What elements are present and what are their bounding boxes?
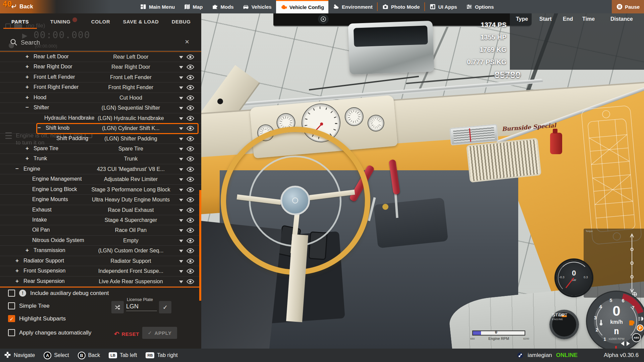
visibility-eye-icon[interactable] [186,146,194,153]
expand-icon[interactable]: + [25,74,29,80]
part-row-engine[interactable]: −Engine423 CUI 'Megathrust' V8 E... [0,164,201,174]
part-row-rear-suspension[interactable]: +Rear SuspensionLive Axle Rear Suspensio… [0,277,201,287]
chevron-down-icon[interactable] [179,76,183,81]
part-row-rear-right-door[interactable]: +Rear Right DoorRear Right Door [0,62,201,72]
chevron-down-icon[interactable] [179,199,183,203]
engine-start-stop-button[interactable]: ENGINE START STOP [549,310,579,339]
checkbox-apply-changes-automatically[interactable] [8,329,15,336]
viewport-3d[interactable]: Burnside Special [201,13,644,349]
part-row-engine-mounts[interactable]: Engine MountsUltra Heavy Duty Engine Mou… [0,195,201,205]
visibility-eye-icon[interactable] [186,85,194,92]
part-row-front-right-fender[interactable]: +Front Right FenderFront Right Fender [0,82,201,93]
visibility-eye-icon[interactable] [186,126,194,132]
part-row-transmission[interactable]: +Transmission(LGN) Custom Order Seq... [0,246,201,256]
menu-item-mods[interactable]: Mods [207,0,238,13]
chevron-down-icon[interactable] [179,66,183,71]
chevron-down-icon[interactable] [179,281,183,285]
visibility-eye-icon[interactable] [186,197,194,204]
chevron-down-icon[interactable] [179,86,183,91]
checkbox-simple-tree[interactable] [8,302,15,309]
chevron-down-icon[interactable] [179,178,183,183]
visibility-eye-icon[interactable] [186,238,194,245]
visibility-eye-icon[interactable] [186,248,194,255]
part-row-nitrous-oxide-system[interactable]: Nitrous Oxide SystemEmpty [0,236,201,246]
collapse-icon[interactable]: − [25,104,29,111]
license-plate-randomize-button[interactable] [111,301,124,313]
chevron-down-icon[interactable] [179,219,183,224]
license-plate-input[interactable] [126,302,157,311]
tab-debug[interactable]: DEBUG [161,13,201,29]
visibility-eye-icon[interactable] [186,177,194,183]
option-apply-changes-automatically[interactable]: Apply changes automatically [8,329,91,336]
visibility-eye-icon[interactable] [186,54,194,61]
chevron-down-icon[interactable] [179,168,183,173]
search-clear-icon[interactable]: × [185,38,189,46]
tab-parts[interactable]: PARTS [0,13,40,29]
menu-item-vehicle-config[interactable]: Vehicle Config [276,0,328,13]
collapse-icon[interactable]: − [15,166,19,172]
chevron-down-icon[interactable] [179,97,183,102]
menu-item-map[interactable]: Map [179,0,207,13]
part-row-spare-tire[interactable]: +Spare TireSpare Tire [0,144,201,154]
expand-icon[interactable]: + [25,84,29,90]
part-row-shifter[interactable]: −Shifter(LGN) Sequential Shifter [0,103,201,113]
expand-icon[interactable]: + [25,63,29,70]
menu-item-environment[interactable]: Environment [328,0,377,13]
expand-icon[interactable]: + [25,94,29,101]
menu-item-options[interactable]: Options [462,0,498,13]
visibility-eye-icon[interactable] [186,268,194,275]
chevron-down-icon[interactable] [179,148,183,153]
part-row-intake[interactable]: IntakeStage 4 Supercharger [0,215,201,225]
part-row-rear-left-door[interactable]: +Rear Left DoorRear Left Door [0,52,201,62]
part-row-oil-pan[interactable]: Oil PanRace Oil Pan [0,225,201,235]
visibility-eye-icon[interactable] [186,258,194,265]
chevron-down-icon[interactable] [179,260,183,265]
expand-icon[interactable]: + [25,247,29,254]
tab-color[interactable]: COLOR [80,13,121,29]
part-row-engine-long-block[interactable]: Engine Long BlockStage 3 Performance Lon… [0,185,201,195]
pause-button[interactable]: Pause [612,0,644,13]
visibility-eye-icon[interactable] [186,95,194,102]
visibility-eye-icon[interactable] [186,64,194,71]
chevron-down-icon[interactable] [179,229,183,234]
part-row-front-suspension[interactable]: +Front SuspensionIndependent Front Suspe… [0,266,201,276]
option-simple-tree[interactable]: Simple Tree [8,302,50,309]
menu-item-ui-apps[interactable]: UI Apps [425,0,462,13]
visibility-eye-icon[interactable] [186,167,194,173]
part-row-engine-management[interactable]: Engine ManagementAdjustable Rev Limiter [0,174,201,184]
part-row-hood[interactable]: +HoodCut Hood [0,93,201,103]
checkbox-highlight-subparts[interactable]: ✓ [8,315,15,322]
menu-item-photo-mode[interactable]: Photo Mode [378,0,424,13]
visibility-eye-icon[interactable] [186,75,194,81]
option-include-auxiliary-debug-content[interactable]: !Include auxiliary debug content [8,290,109,297]
chevron-down-icon[interactable] [179,117,183,122]
tab-tuning[interactable]: TUNING [40,13,80,29]
tree-scrollbar[interactable] [199,190,201,301]
visibility-eye-icon[interactable] [186,187,194,194]
visibility-eye-icon[interactable] [186,279,194,286]
checkbox-include-auxiliary-debug-content[interactable] [8,290,15,297]
camera-mode-icon[interactable] [318,14,329,24]
menu-item-vehicles[interactable]: Vehicles [238,0,276,13]
part-row-front-left-fender[interactable]: +Front Left FenderFront Left Fender [0,72,201,82]
chevron-down-icon[interactable] [179,158,183,163]
license-plate-confirm-button[interactable]: ✓ [159,301,171,313]
visibility-eye-icon[interactable] [186,218,194,224]
chevron-down-icon[interactable] [179,127,183,132]
visibility-eye-icon[interactable] [186,136,194,143]
chevron-down-icon[interactable] [179,240,183,244]
menu-item-main-menu[interactable]: Main Menu [136,0,179,13]
expand-icon[interactable]: + [25,145,29,152]
expand-icon[interactable]: + [25,53,29,60]
part-row-shift-padding[interactable]: Shift Padding(LGN) Shifter Padding [0,134,201,144]
apply-button[interactable]: ✓ APPLY [142,327,177,339]
visibility-eye-icon[interactable] [186,116,194,122]
expand-icon[interactable]: + [15,267,19,274]
chevron-down-icon[interactable] [179,107,183,112]
chevron-down-icon[interactable] [179,250,183,254]
tab-save-load[interactable]: SAVE & LOAD [121,13,161,29]
expand-icon[interactable]: + [15,257,19,264]
chevron-down-icon[interactable] [179,138,183,142]
part-row-hydraulic-handbrake[interactable]: Hydraulic Handbrake(LGN) Hydraulic Handb… [0,113,201,123]
part-row-trunk[interactable]: +TrunkTrunk [0,154,201,164]
